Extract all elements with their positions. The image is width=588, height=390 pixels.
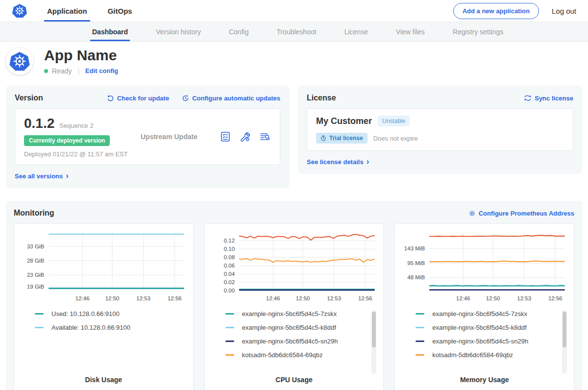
chart-legend-memory-usage: example-nginx-5bc6f5d4c5-7zskxexample-ng…: [401, 310, 568, 376]
preflight-wrench-icon[interactable]: [239, 131, 251, 143]
legend-swatch: [416, 354, 424, 356]
status-dot: [44, 69, 48, 73]
svg-text:12:46: 12:46: [266, 295, 280, 301]
release-notes-icon[interactable]: [220, 131, 231, 143]
edit-config-link[interactable]: Edit config: [85, 67, 118, 74]
chart-plot-cpu-usage: 0.000.020.040.060.080.100.1212:4612:5012…: [211, 229, 378, 303]
monitoring-heading: Monitoring: [14, 209, 54, 218]
kubernetes-logo-icon: [12, 3, 27, 19]
cards-row: Version Check for update: [0, 84, 588, 188]
legend-label: example-nginx-5bc6f5d4c5-7zskx: [242, 310, 337, 317]
page-title: App Name: [44, 48, 118, 63]
legend-swatch: [416, 313, 424, 315]
subnav-tab-view-files[interactable]: View files: [396, 22, 425, 41]
legend-label: kotsadm-5db6dc6584-69qbz: [432, 351, 513, 359]
timer-icon: [320, 135, 326, 141]
svg-text:12:50: 12:50: [105, 295, 120, 301]
legend-label: Available: 10.128.0.66:9100: [51, 324, 130, 331]
license-heading: License: [307, 94, 336, 102]
charts-row: 19 GiB23 GiB28 GiB33 GiB12:4612:5012:531…: [14, 223, 574, 390]
topnav-tab-application[interactable]: Application: [47, 0, 87, 22]
chart-title: CPU Usage: [211, 376, 378, 387]
see-license-details-link[interactable]: See license details›: [307, 158, 369, 166]
legend-item: example-nginx-5bc6f5d4c5-7zskx: [416, 310, 568, 317]
status-text: Ready: [52, 67, 72, 75]
legend-swatch: [225, 341, 234, 342]
topnav-right: Add a new application Log out: [453, 3, 576, 19]
svg-text:19 GiB: 19 GiB: [27, 284, 45, 290]
chevron-right-icon: ›: [367, 159, 369, 164]
svg-text:0.00: 0.00: [223, 288, 234, 293]
legend-label: example-nginx-5bc6f5d4c5-k8ddf: [242, 324, 336, 331]
subnav-tab-config[interactable]: Config: [229, 22, 248, 41]
legend-label: Used: 10.128.0.66:9100: [51, 310, 120, 317]
svg-text:0.04: 0.04: [223, 271, 235, 277]
svg-text:12:53: 12:53: [136, 295, 150, 301]
chart-legend-cpu-usage: example-nginx-5bc6f5d4c5-7zskxexample-ng…: [211, 310, 378, 376]
legend-scrollbar[interactable]: [562, 310, 567, 374]
version-number: 0.1.2: [24, 116, 54, 131]
current-version-panel: 0.1.2 Sequence 2 Currently deployed vers…: [15, 108, 280, 165]
trial-license-badge: Trial license: [316, 133, 368, 144]
chart-title: Memory Usage: [401, 376, 568, 387]
legend-label: example-nginx-5bc6f5d4c5-sn29h: [242, 338, 338, 345]
svg-text:0.08: 0.08: [223, 254, 234, 260]
legend-swatch: [225, 327, 234, 328]
app-header: App Name Ready | Edit config: [0, 42, 588, 84]
chart-card-disk-usage: 19 GiB23 GiB28 GiB33 GiB12:4612:5012:531…: [14, 223, 194, 390]
subnav-tab-version-history[interactable]: Version history: [156, 22, 201, 41]
add-new-application-button[interactable]: Add a new application: [453, 3, 539, 19]
log-out-button[interactable]: Log out: [552, 7, 576, 15]
refresh-icon: [107, 95, 114, 102]
subnav-tab-registry-settings[interactable]: Registry settings: [453, 22, 503, 41]
svg-text:0.12: 0.12: [223, 238, 234, 244]
legend-swatch: [225, 354, 234, 356]
chart-legend-disk-usage: Used: 10.128.0.66:9100Available: 10.128.…: [20, 310, 187, 376]
legend-label: example-nginx-5bc6f5d4c5-sn29h: [432, 338, 528, 345]
license-expiry: Does not expire: [373, 135, 418, 142]
svg-text:12:56: 12:56: [548, 295, 563, 301]
auto-update-clock-icon: [182, 95, 189, 102]
topnav-tab-gitops[interactable]: GitOps: [108, 0, 132, 22]
configure-automatic-updates-link[interactable]: Configure automatic updates: [182, 95, 280, 102]
legend-scrollbar-thumb[interactable]: [563, 312, 566, 347]
svg-text:12:53: 12:53: [327, 295, 341, 301]
configure-prometheus-link[interactable]: Configure Prometheus Address: [468, 210, 574, 217]
legend-scrollbar-thumb[interactable]: [372, 312, 376, 347]
check-for-update-link[interactable]: Check for update: [107, 95, 169, 102]
gear-icon: [468, 210, 476, 217]
chart-card-memory-usage: 48 MiB95 MiB143 MiB12:4612:5012:5312:56e…: [394, 223, 574, 390]
subnav-tab-license[interactable]: License: [344, 22, 368, 41]
svg-text:48 MiB: 48 MiB: [408, 274, 425, 280]
svg-text:28 GiB: 28 GiB: [27, 258, 45, 264]
subnav-tab-troubleshoot[interactable]: Troubleshoot: [276, 22, 316, 41]
legend-item: example-nginx-5bc6f5d4c5-7zskx: [225, 310, 378, 317]
license-panel: My Customer Unstable Trial license Does …: [307, 108, 573, 151]
legend-item: example-nginx-5bc6f5d4c5-sn29h: [225, 338, 378, 345]
sync-license-link[interactable]: Sync license: [524, 95, 573, 102]
chart-title: Disk Usage: [20, 376, 187, 387]
legend-label: example-nginx-5bc6f5d4c5-k8ddf: [432, 324, 526, 331]
svg-text:0.10: 0.10: [223, 246, 234, 252]
topnav-tabs: ApplicationGitOps: [47, 0, 153, 22]
svg-text:12:56: 12:56: [168, 295, 182, 301]
legend-swatch: [416, 327, 424, 328]
sync-arrows-icon: [524, 95, 532, 101]
svg-text:12:46: 12:46: [75, 295, 90, 301]
legend-item: example-nginx-5bc6f5d4c5-k8ddf: [416, 324, 568, 331]
svg-text:23 GiB: 23 GiB: [27, 272, 45, 278]
legend-scrollbar[interactable]: [371, 310, 376, 374]
view-logs-icon[interactable]: [259, 131, 271, 143]
currently-deployed-badge: Currently deployed version: [24, 135, 110, 146]
subnav-tab-dashboard[interactable]: Dashboard: [92, 22, 128, 41]
monitoring-card: Monitoring Configure Prometheus Address …: [6, 201, 582, 390]
svg-text:12:53: 12:53: [517, 295, 532, 301]
svg-text:95 MiB: 95 MiB: [408, 260, 425, 266]
legend-swatch: [225, 313, 234, 315]
license-card: License Sync license: [298, 86, 582, 174]
svg-text:12:46: 12:46: [456, 295, 470, 301]
version-heading: Version: [15, 94, 43, 102]
version-card: Version Check for update: [6, 86, 289, 188]
legend-item: Available: 10.128.0.66:9100: [35, 324, 187, 331]
see-all-versions-link[interactable]: See all versions›: [15, 172, 69, 180]
